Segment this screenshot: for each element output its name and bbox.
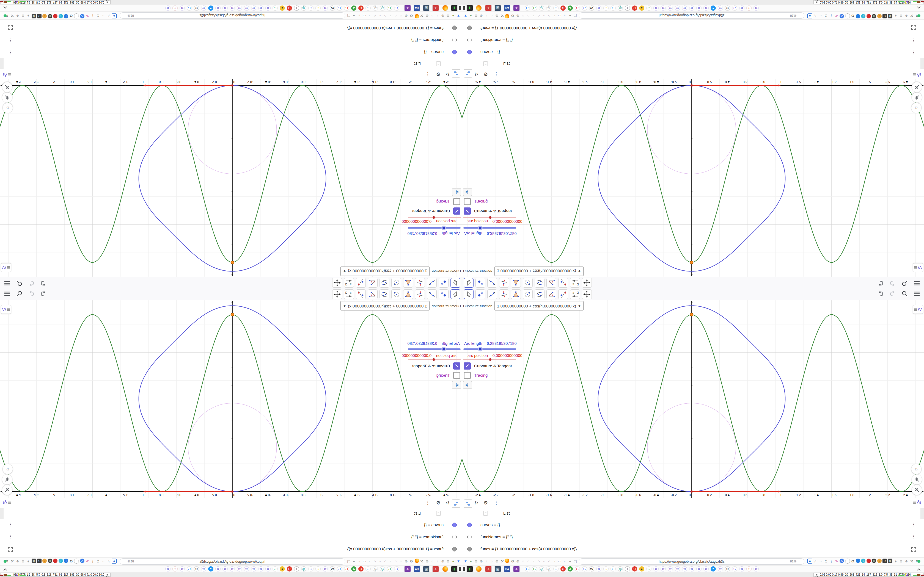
arc-position-slider-handle[interactable]	[433, 216, 435, 219]
gauge-icon[interactable]: ◔	[430, 559, 435, 564]
chevron-up-icon[interactable]	[3, 567, 7, 572]
ellipse-tool-button[interactable]	[535, 289, 544, 299]
flower-icon[interactable]: ✿	[718, 5, 723, 11]
google-icon[interactable]: G	[603, 566, 609, 572]
move-view-tool-button[interactable]	[582, 278, 592, 288]
google-icon[interactable]: G	[337, 5, 342, 11]
dim-circle-icon[interactable]: ○	[526, 13, 531, 18]
graphics-view[interactable]: -2.4-2.2-2-1.8-1.6-1.4-1.2-1-0.8-0.6-0.4…	[0, 300, 462, 498]
funnel-icon[interactable]: ▼	[463, 13, 468, 18]
zoom-out-button[interactable]	[2, 82, 12, 92]
flower-icon[interactable]: ✿	[653, 566, 659, 572]
visibility-marble[interactable]	[452, 535, 457, 539]
circle-tool-button[interactable]	[523, 278, 533, 288]
polygon-tool-button[interactable]	[403, 278, 413, 288]
wrench-icon[interactable]: ⚒	[909, 13, 914, 18]
flower-icon[interactable]: ✿	[229, 566, 235, 572]
google-icon[interactable]: G	[187, 5, 192, 11]
opensuse-bookmark-icon[interactable]: ✳	[485, 566, 492, 572]
globe-icon[interactable]: ⊕	[473, 559, 478, 564]
url-bar[interactable]: https://www.geogebra.org/classic/aagcxh3…	[120, 12, 345, 19]
algebra-panel-toggle[interactable]	[913, 263, 923, 272]
flower-icon[interactable]: ✿	[739, 566, 745, 572]
collapse-toggle[interactable]: −	[483, 61, 488, 66]
gauge-icon[interactable]: ◔	[484, 13, 489, 18]
move-tool-button[interactable]	[464, 289, 473, 299]
zoom-out-button[interactable]	[2, 485, 12, 495]
curvature-function-dropdown[interactable]: 1.000000000000 + cos(4.000000000000 x) ▼	[494, 266, 583, 276]
shield-icon[interactable]: ♦	[26, 559, 31, 564]
menu-button[interactable]	[913, 290, 921, 298]
search-button[interactable]	[15, 279, 23, 287]
dim-circle-icon[interactable]: ○	[393, 13, 398, 18]
reload-icon[interactable]: C	[824, 559, 829, 564]
flower-icon[interactable]: ✿	[258, 5, 263, 11]
trash-icon[interactable]: ▯	[872, 559, 876, 563]
radio-icon[interactable]: ◦	[367, 559, 372, 564]
nature-icon[interactable]: ♣	[568, 566, 573, 572]
circle-icon[interactable]: ○	[372, 13, 377, 18]
info-icon[interactable]: i	[625, 566, 630, 572]
overflow-dots-icon[interactable]: ⋮	[6, 14, 10, 18]
info-icon[interactable]: i	[625, 5, 630, 11]
terminal-bookmark-icon[interactable]: ▮	[467, 5, 473, 11]
row-kebab-menu[interactable]: ⋮	[911, 38, 916, 43]
flower-icon[interactable]: ✿	[251, 5, 256, 11]
curvature-tangent-checkbox[interactable]: ✓	[453, 208, 460, 214]
pause-icon[interactable]	[463, 6, 465, 10]
target-icon[interactable]: ◎	[546, 566, 551, 572]
downloader-icon[interactable]: ↓	[861, 559, 866, 563]
mouse-icon[interactable]	[74, 559, 79, 564]
flower-icon[interactable]: ✿	[237, 566, 242, 572]
wikipedia-icon[interactable]: W	[330, 5, 335, 11]
tree-view-button[interactable]	[452, 69, 460, 77]
globe-icon[interactable]: ⊕	[21, 13, 26, 18]
floppy64-bookmark-icon[interactable]: 64	[504, 566, 510, 572]
circle-icon[interactable]: ○	[372, 559, 377, 564]
visibility-marble[interactable]	[452, 522, 457, 527]
redo-button[interactable]	[27, 290, 35, 298]
gear-dark-icon[interactable]: ⚙	[850, 13, 855, 18]
lock-icon[interactable]: ▢	[346, 559, 351, 564]
point-tool-button[interactable]: A	[475, 289, 485, 299]
translate-icon[interactable]: A	[111, 559, 116, 564]
visibility-marble[interactable]	[467, 547, 472, 551]
flower-icon[interactable]: ✿	[703, 5, 709, 11]
flower-icon[interactable]: ✿	[244, 5, 249, 11]
ellipse-tool-button[interactable]	[535, 278, 544, 288]
flower-icon[interactable]: ✿	[251, 566, 256, 572]
row-kebab-menu[interactable]: ⋮	[911, 522, 916, 527]
dot-icon[interactable]: ◍	[618, 566, 623, 572]
angle-tool-button[interactable]: α	[368, 278, 378, 288]
visibility-marble[interactable]	[467, 535, 472, 539]
wrench-icon[interactable]: ⚒	[10, 13, 15, 18]
visibility-marble[interactable]	[452, 547, 457, 551]
google-icon[interactable]: G	[365, 566, 371, 572]
zoom-in-button[interactable]	[2, 474, 12, 485]
fx-button[interactable]: ƒx	[446, 72, 450, 77]
flower-icon[interactable]: ✿	[753, 566, 759, 572]
folder-icon[interactable]: ▭	[557, 13, 562, 18]
flower-icon[interactable]: ✿	[696, 5, 701, 11]
back-arrow-icon[interactable]: ←	[562, 13, 567, 18]
flower-icon[interactable]: ✿	[653, 5, 659, 11]
fx-button[interactable]: ƒx	[474, 500, 478, 505]
list-header-row[interactable]: − List	[462, 508, 924, 519]
target-icon[interactable]: ◎	[539, 5, 544, 11]
radio-icon[interactable]: ◦	[552, 13, 557, 18]
box-icon[interactable]: D	[37, 559, 42, 563]
translate-edit-icon[interactable]: A	[80, 14, 84, 18]
algebra-row-funcs[interactable]: funcs = {1.000000000000 + cos(4.00000000…	[0, 22, 462, 34]
f-icon[interactable]: f	[746, 5, 751, 11]
reflect-tool-button[interactable]	[356, 289, 366, 299]
algebra-row-funcNames[interactable]: funcNames = {" "}⋮	[0, 34, 462, 46]
mouse-icon[interactable]	[74, 13, 79, 18]
puzzle-icon[interactable]: ❖	[15, 13, 20, 18]
translate-icon[interactable]: A	[808, 559, 813, 564]
google-icon[interactable]: G	[387, 5, 392, 11]
redo-button[interactable]	[889, 290, 897, 298]
screenshot-icon[interactable]: ●	[468, 559, 473, 564]
flower-icon[interactable]: ✿	[229, 5, 235, 11]
funnel-icon[interactable]: ▼	[456, 13, 461, 18]
flower-icon[interactable]: ✿	[703, 566, 709, 572]
